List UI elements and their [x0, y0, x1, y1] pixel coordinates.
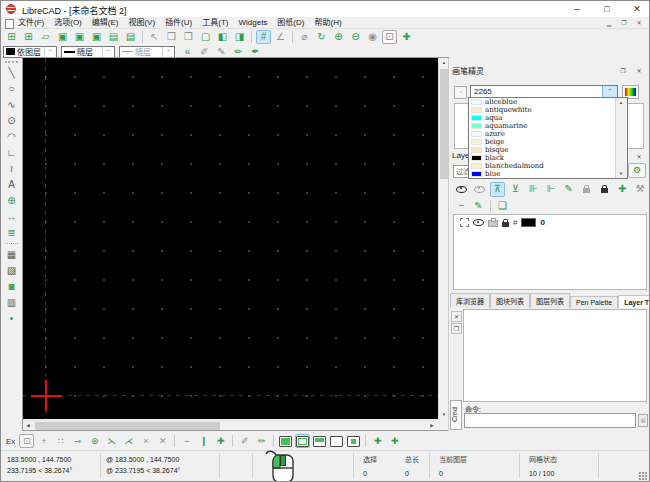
- tab-layer-list[interactable]: 图层列表: [530, 293, 570, 308]
- new-from-template[interactable]: ⊞: [21, 30, 36, 44]
- drawing-canvas[interactable]: [23, 58, 438, 419]
- layer-construction-icon[interactable]: #: [513, 218, 517, 227]
- zoom-window[interactable]: ⊡: [382, 30, 397, 44]
- select-pointer[interactable]: ↖: [147, 30, 162, 44]
- remove-layer[interactable]: −: [454, 199, 469, 213]
- layer-lock-icon[interactable]: [502, 222, 509, 227]
- minimize-button[interactable]: ─: [563, 1, 591, 17]
- snap-intersection[interactable]: ×: [138, 434, 153, 448]
- tool-block[interactable]: ▦: [3, 247, 20, 263]
- tab-block-list[interactable]: 图块列表: [490, 293, 530, 308]
- color-option-azure[interactable]: azure: [469, 130, 615, 138]
- command-close-icon[interactable]: ✕: [451, 311, 462, 322]
- color-option-aqua[interactable]: aqua: [469, 114, 615, 122]
- color-option-bisque[interactable]: bisque: [469, 146, 615, 154]
- tab-pen-palette[interactable]: Pen Palette: [570, 296, 618, 308]
- scroll-right-icon[interactable]: ▶: [427, 421, 437, 430]
- menu-tools[interactable]: 工具(T): [197, 17, 233, 29]
- workspace-4[interactable]: [329, 434, 344, 448]
- command-dock-tab[interactable]: Cmd: [450, 400, 462, 430]
- copy[interactable]: ❐: [164, 30, 179, 44]
- save-file[interactable]: ▣: [55, 30, 70, 44]
- pen-color-combo[interactable]: 依图层 ˇ: [3, 46, 57, 58]
- chevron-down-icon[interactable]: ˇ: [162, 47, 174, 57]
- tab-library-browser[interactable]: 库浏览器: [450, 293, 490, 308]
- tool-freehand[interactable]: ≀: [3, 161, 20, 177]
- tool-spline[interactable]: ∿: [3, 97, 20, 113]
- menu-view[interactable]: 视图(V): [123, 17, 160, 29]
- add-tab[interactable]: ✚: [370, 434, 385, 448]
- snap-free[interactable]: ⊡: [19, 434, 34, 448]
- close-button[interactable]: ✕: [623, 1, 650, 17]
- menu-file[interactable]: 文件(F): [13, 17, 49, 29]
- pen-linetype-combo[interactable]: 随层 ˇ: [61, 46, 115, 58]
- menu-help[interactable]: 帮助(H): [309, 17, 346, 29]
- tool-ellipse[interactable]: ⊙: [3, 113, 20, 129]
- previous-view[interactable]: ◧: [215, 30, 230, 44]
- draft-mode[interactable]: ⌀: [297, 30, 312, 44]
- scroll-left-icon[interactable]: ◀: [23, 421, 33, 430]
- workspace-3[interactable]: [312, 434, 327, 448]
- scroll-up-icon[interactable]: ▲: [616, 98, 626, 107]
- command-options-button[interactable]: ▤: [638, 414, 648, 427]
- add-workspace[interactable]: ✚: [387, 434, 402, 448]
- snap-on-entity[interactable]: ⊸: [70, 434, 85, 448]
- scroll-down-icon[interactable]: ▼: [616, 169, 626, 178]
- tool-arc[interactable]: ◠: [3, 129, 20, 145]
- menu-drawings[interactable]: 图纸(D): [272, 17, 309, 29]
- export[interactable]: ▣: [89, 30, 104, 44]
- zoom-in[interactable]: ⊕: [331, 30, 346, 44]
- collapse-tree[interactable]: ⊩: [543, 182, 559, 197]
- horizontal-scrollbar[interactable]: ◀ ▶: [23, 420, 437, 430]
- menu-options[interactable]: 选项(O): [49, 17, 87, 29]
- color-option-blue[interactable]: blue: [469, 170, 615, 178]
- restrict-vertical[interactable]: ❙: [196, 434, 211, 448]
- restrict-horizontal[interactable]: −: [179, 434, 194, 448]
- isometric-grid[interactable]: ∠: [273, 30, 288, 44]
- color-option-blanchedalmond[interactable]: blanchedalmond: [469, 162, 615, 170]
- chevron-down-icon[interactable]: ˇ: [102, 47, 114, 57]
- expand-tree[interactable]: ⊪: [525, 182, 541, 197]
- command-float-icon[interactable]: ❐: [451, 323, 462, 334]
- zoom-pan[interactable]: ✚: [399, 30, 414, 44]
- menu-edit[interactable]: 编辑(E): [87, 17, 124, 29]
- layer-print-icon[interactable]: [488, 220, 498, 227]
- layer-tools[interactable]: ⚒: [632, 182, 648, 197]
- print-preview[interactable]: ▤: [123, 30, 138, 44]
- restrict-nothing[interactable]: ✚: [213, 434, 228, 448]
- layer-visibility-icon[interactable]: [473, 219, 484, 226]
- tool-point[interactable]: •: [3, 311, 20, 327]
- tool-polygon[interactable]: ▥: [3, 295, 20, 311]
- set-relative-zero[interactable]: ✐: [237, 434, 252, 448]
- tool-image[interactable]: ◙: [3, 279, 20, 295]
- snap-center[interactable]: ⊛: [87, 434, 102, 448]
- tool-line[interactable]: ╲: [3, 65, 20, 81]
- tool-dimension[interactable]: ⊕: [3, 193, 20, 209]
- close-panel-icon[interactable]: ✕: [632, 65, 646, 78]
- layer-list[interactable]: # 0: [453, 214, 647, 290]
- resize-grip[interactable]: [639, 472, 647, 480]
- vertical-scroll-thumb[interactable]: [440, 69, 448, 179]
- edit-layer-attributes[interactable]: ✎: [561, 182, 577, 197]
- color-option-antiquewhite[interactable]: antiquewhite: [469, 106, 615, 114]
- show-all-layers[interactable]: [454, 182, 470, 197]
- horizontal-scroll-thumb[interactable]: [35, 422, 220, 430]
- workspace-1[interactable]: [278, 434, 293, 448]
- tool-text[interactable]: A: [3, 177, 20, 193]
- snap-distance[interactable]: ⋌: [121, 434, 136, 448]
- add-layer[interactable]: ✚: [614, 182, 630, 197]
- save-as[interactable]: ▣: [72, 30, 87, 44]
- snap-middle[interactable]: ⋋: [104, 434, 119, 448]
- layer-row[interactable]: # 0: [454, 215, 646, 227]
- redraw[interactable]: ↻: [314, 30, 329, 44]
- next-view[interactable]: ◨: [232, 30, 247, 44]
- tool-circle[interactable]: ○: [3, 81, 20, 97]
- color-option-beige[interactable]: beige: [469, 138, 615, 146]
- lock-all-layers[interactable]: [597, 182, 613, 197]
- modify-layer[interactable]: ✎: [471, 199, 486, 213]
- new-drawing[interactable]: ⊞: [4, 30, 19, 44]
- duplicate-layer[interactable]: ❏: [495, 199, 510, 213]
- snap-auto[interactable]: ✕: [155, 434, 170, 448]
- layer-color-swatch[interactable]: [521, 218, 536, 227]
- print[interactable]: ▤: [106, 30, 121, 44]
